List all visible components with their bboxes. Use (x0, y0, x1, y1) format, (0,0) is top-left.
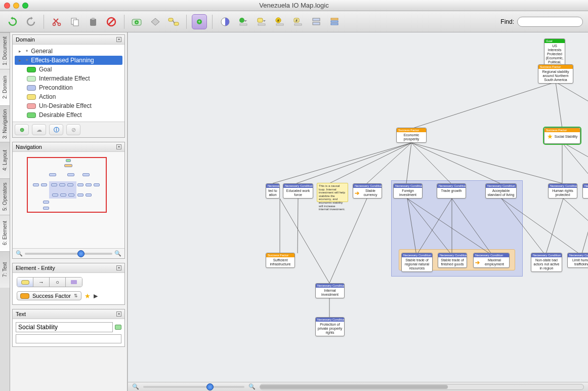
domain-tree-label: Effects-Based Planning (31, 57, 94, 64)
canvas-node-nc-freedom[interactable]: Necessary ConditionFreedom of movement (582, 183, 588, 199)
domain-tree-item[interactable]: Action (15, 92, 122, 101)
svg-line-51 (407, 199, 416, 255)
canvas-node-nc-trunc[interactable]: Necessary Conditionted to ation (266, 183, 280, 199)
canvas-node-nc-internal[interactable]: Necessary ConditionInternal investment (315, 283, 345, 298)
layout-2-button[interactable] (327, 14, 342, 29)
svg-rect-27 (295, 24, 302, 25)
canvas-hscrollbar[interactable] (260, 384, 584, 390)
domain-panel-close[interactable]: × (116, 37, 121, 42)
swatch-icon (27, 67, 36, 72)
canvas-node-sf-social[interactable]: Success Factor★Social Stability (544, 128, 580, 144)
canvas-node-nc-goods[interactable]: Necessary ConditionStable trade of finis… (438, 253, 467, 268)
find-input[interactable] (517, 17, 583, 27)
canvas-node-nc-employ[interactable]: Necessary Condition➔Maximal employment (473, 253, 510, 268)
element-mode-arrow[interactable]: → (33, 278, 50, 287)
canvas-note[interactable]: This is a causal loop. Internal investme… (317, 183, 348, 202)
canvas-zoom-in-icon[interactable]: 🔍 (248, 383, 256, 390)
canvas-node-sf-infra[interactable]: Success FactorSufficient infrastructure (266, 253, 295, 268)
node-header: Necessary Condition (283, 184, 313, 188)
vtab-navigation[interactable]: 3: Navigation (0, 105, 10, 142)
color-button[interactable] (218, 14, 233, 29)
text-color-swatch[interactable] (115, 325, 121, 330)
paste-button[interactable] (86, 14, 101, 29)
domain-tree-item[interactable]: Intermediate Effect (15, 74, 122, 83)
canvas-node-nc-trade[interactable]: Necessary ConditionTrade growth (437, 183, 466, 199)
vtab-element[interactable]: 6: Element (0, 215, 10, 251)
canvas-node-nc-living[interactable]: Necessary ConditionAcceptable standard o… (485, 183, 517, 199)
svg-line-64 (329, 199, 367, 283)
vtab-document[interactable]: 1: Document (0, 32, 10, 69)
redo-icon (26, 17, 36, 27)
relation-icon (168, 17, 179, 26)
domain-tree-item[interactable]: Precondition (15, 83, 122, 92)
canvas-node-nc-proprights[interactable]: Necessary ConditionProtection of private… (315, 317, 345, 336)
svg-point-0 (53, 23, 56, 25)
canvas-node-nc-foreign[interactable]: Necessary ConditionForeign investment (393, 183, 423, 199)
vtab-domain[interactable]: 2: Domain (0, 69, 10, 105)
undo-button[interactable] (5, 14, 20, 29)
svg-line-14 (173, 20, 175, 23)
redo-button[interactable] (23, 14, 38, 29)
add-junctor-button[interactable] (148, 14, 163, 29)
vtab-operators[interactable]: 5: Operators (0, 178, 10, 215)
zoom-in-icon[interactable]: 🔍 (114, 250, 121, 257)
element-mode-rect[interactable] (66, 278, 82, 287)
canvas-node-nc-edu[interactable]: Necessary ConditionEducated work force (283, 183, 313, 199)
element-mode-segmented[interactable]: → ○ (17, 277, 82, 287)
delete-button[interactable] (104, 14, 119, 29)
text-panel-close[interactable]: × (116, 311, 121, 317)
flag-yellow-button[interactable] (254, 14, 269, 29)
text-title-input[interactable] (16, 322, 113, 332)
domain-tree-item[interactable]: Un-Desirable Effect (15, 101, 122, 110)
canvas-node-nc-hr[interactable]: Necessary ConditionHuman rights protecte… (548, 183, 577, 199)
color-icon (221, 17, 230, 26)
domain-disable-button[interactable]: ⊘ (66, 124, 80, 135)
domain-tree-item[interactable]: ▸•General (15, 47, 122, 56)
tag-button[interactable]: # (272, 14, 287, 29)
domain-link-button[interactable]: ☁ (32, 124, 46, 135)
element-mode-circle[interactable]: ○ (50, 278, 66, 287)
add-relation-button[interactable] (166, 14, 181, 29)
svg-line-50 (298, 199, 298, 253)
star-icon[interactable]: ★ (85, 292, 91, 300)
canvas-node-nc-natres[interactable]: Necessary ConditionStable trade of regio… (401, 253, 433, 272)
add-group-button[interactable]: + (192, 14, 207, 29)
navigation-minimap[interactable] (13, 152, 124, 248)
navigation-panel-close[interactable]: × (116, 144, 121, 149)
canvas-node-nc-nonstate[interactable]: Necessary ConditionNon-state bad actors … (531, 253, 562, 272)
node-body: ➔Stable currency (353, 188, 382, 198)
canvas-node-sf-region[interactable]: Success FactorRegional stability around … (538, 64, 573, 84)
vtab-layout[interactable]: 4: Layout (0, 142, 10, 178)
layout-2-icon (330, 17, 339, 26)
canvas-zoom-slider[interactable] (143, 386, 244, 388)
node-body: Stable trade of regional natural resourc… (402, 257, 432, 271)
vtab-text[interactable]: 7: Text (0, 251, 10, 288)
text-notes-input[interactable] (16, 334, 121, 343)
canvas-node-nc-traffic[interactable]: Necessary ConditionLimit human trafficki… (567, 253, 588, 268)
copy-button[interactable] (67, 14, 82, 29)
add-group-icon: + (195, 18, 204, 25)
canvas-node-sf-econ[interactable]: Success FactorEconomic prosperity (396, 128, 427, 143)
svg-rect-13 (174, 22, 179, 25)
navigation-zoom-slider[interactable]: 🔍 🔍 (13, 248, 124, 258)
domain-tree-item[interactable]: Goal (15, 65, 122, 74)
domain-tree-item[interactable]: ▸•Effects-Based Planning (15, 56, 122, 65)
add-entity-button[interactable]: + (130, 14, 145, 29)
chevron-right-icon[interactable]: ▶ (94, 293, 98, 299)
domain-info-button[interactable]: ⓘ (49, 124, 63, 135)
element-mode-fill[interactable] (17, 278, 33, 287)
node-header: Success Factor (266, 253, 295, 257)
canvas-area[interactable]: This is a causal loop. Internal investme… (128, 32, 588, 391)
tag-rect-button[interactable]: # (290, 14, 306, 29)
domain-tree-item[interactable]: Desirable Effect (15, 110, 122, 120)
element-panel-close[interactable]: × (116, 265, 121, 270)
canvas-zoom-out-icon[interactable]: 🔍 (132, 383, 139, 390)
canvas-edges (128, 32, 588, 391)
element-type-selector[interactable]: Success Factor ⇅ (17, 291, 81, 300)
canvas-node-nc-curr[interactable]: Necessary Condition➔Stable currency (353, 183, 382, 199)
layout-1-button[interactable] (309, 14, 324, 29)
flag-green-button[interactable] (236, 14, 251, 29)
domain-add-button[interactable]: ⊕ (15, 124, 29, 135)
cut-button[interactable] (49, 14, 64, 29)
zoom-out-icon[interactable]: 🔍 (16, 250, 23, 257)
